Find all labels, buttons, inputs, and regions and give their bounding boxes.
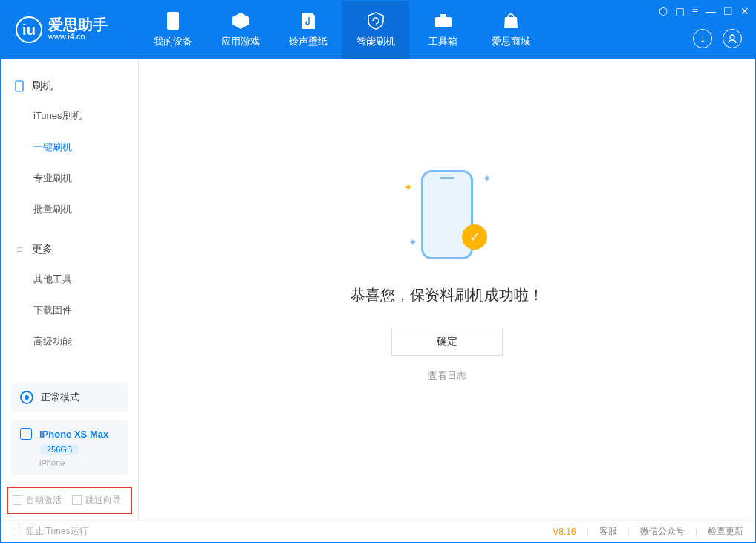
bag-icon [501, 11, 521, 30]
user-icon[interactable] [723, 29, 742, 48]
shield-refresh-icon [366, 11, 385, 30]
sparkle-icon: ✦ [404, 181, 413, 193]
cube-icon [231, 11, 250, 30]
main-content: ✦ ✦ ✦ ✓ 恭喜您，保资料刷机成功啦！ 确定 查看日志 [139, 59, 755, 520]
sidebar-item-pro-flash[interactable]: 专业刷机 [1, 163, 138, 194]
mode-label: 正常模式 [41, 391, 79, 404]
mode-icon [20, 391, 33, 404]
logo-area: iu 爱思助手 www.i4.cn [1, 16, 139, 43]
footer-link-support[interactable]: 客服 [599, 525, 617, 538]
svg-rect-0 [167, 12, 179, 30]
nav-tabs: 我的设备 应用游戏 铃声壁纸 智能刷机 工具箱 爱思商城 [139, 1, 544, 59]
checkbox-skip-guide[interactable]: 跳过向导 [72, 494, 121, 507]
checkbox-icon [13, 495, 22, 505]
app-logo-icon: iu [16, 16, 42, 43]
sidebar-item-batch-flash[interactable]: 批量刷机 [1, 194, 138, 225]
device-type: iPhone [39, 458, 119, 467]
tab-store[interactable]: 爱思商城 [477, 1, 544, 59]
view-log-link[interactable]: 查看日志 [428, 369, 466, 383]
svg-point-3 [730, 35, 734, 39]
svg-rect-2 [440, 14, 446, 17]
tab-toolbox[interactable]: 工具箱 [409, 1, 477, 59]
sidebar-item-oneclick-flash[interactable]: 一键刷机 [1, 131, 138, 163]
close-button[interactable]: ✕ [740, 5, 749, 17]
sidebar-group-more: ≡ 更多 [1, 235, 138, 264]
minimize-button[interactable]: — [706, 5, 716, 17]
svg-rect-4 [16, 81, 23, 91]
success-illustration: ✦ ✦ ✦ ✓ [403, 166, 492, 263]
device-card[interactable]: iPhone XS Max 256GB iPhone [11, 420, 128, 475]
options-highlight-box: 自动激活 跳过向导 [7, 487, 132, 514]
tab-smart-flash[interactable]: 智能刷机 [342, 1, 409, 59]
version-label: V8.16 [553, 527, 576, 537]
device-name: iPhone XS Max [39, 429, 108, 440]
download-icon[interactable]: ↓ [693, 29, 712, 48]
tab-my-device[interactable]: 我的设备 [139, 1, 206, 59]
sidebar-item-other-tools[interactable]: 其他工具 [1, 264, 138, 295]
checkbox-icon [13, 527, 22, 536]
app-header: iu 爱思助手 www.i4.cn 我的设备 应用游戏 铃声壁纸 智能刷机 工具… [1, 1, 755, 59]
app-title: 爱思助手 [48, 17, 108, 32]
sidebar-group-flash: 刷机 [1, 72, 138, 100]
maximize-button[interactable]: ☐ [723, 5, 733, 17]
success-message: 恭喜您，保资料刷机成功啦！ [351, 285, 544, 305]
feedback-icon[interactable]: ▢ [675, 5, 685, 17]
sidebar-item-itunes-flash[interactable]: iTunes刷机 [1, 100, 138, 131]
shirt-icon[interactable]: ⬡ [659, 5, 668, 17]
list-icon: ≡ [14, 244, 25, 255]
window-controls: ⬡ ▢ ≡ — ☐ ✕ [659, 5, 749, 17]
device-capacity: 256GB [39, 444, 79, 455]
tab-ringtones[interactable]: 铃声壁纸 [274, 1, 342, 59]
sidebar-item-download-firmware[interactable]: 下载固件 [1, 295, 138, 326]
checkbox-auto-activate[interactable]: 自动激活 [13, 494, 62, 507]
mode-card[interactable]: 正常模式 [11, 383, 128, 412]
toolbox-icon [434, 11, 453, 30]
sidebar: 刷机 iTunes刷机 一键刷机 专业刷机 批量刷机 ≡ 更多 其他工具 下载固… [1, 59, 139, 520]
device-icon [163, 11, 183, 30]
sparkle-icon: ✦ [408, 236, 417, 248]
sparkle-icon: ✦ [483, 172, 492, 184]
footer-link-update[interactable]: 检查更新 [708, 525, 743, 538]
checkmark-badge-icon: ✓ [462, 224, 487, 250]
footer-link-wechat[interactable]: 微信公众号 [640, 525, 685, 538]
svg-rect-1 [435, 17, 452, 27]
device-phone-icon [20, 428, 32, 440]
checkbox-icon [72, 495, 82, 505]
sidebar-item-advanced[interactable]: 高级功能 [1, 326, 138, 357]
tab-apps-games[interactable]: 应用游戏 [206, 1, 274, 59]
music-file-icon [299, 11, 318, 30]
app-subtitle: www.i4.cn [48, 32, 108, 42]
menu-icon[interactable]: ≡ [692, 5, 698, 17]
checkbox-block-itunes[interactable]: 阻止iTunes运行 [13, 525, 88, 538]
phone-icon [14, 81, 25, 91]
footer: 阻止iTunes运行 V8.16 | 客服 | 微信公众号 | 检查更新 [1, 520, 755, 542]
ok-button[interactable]: 确定 [391, 328, 503, 356]
